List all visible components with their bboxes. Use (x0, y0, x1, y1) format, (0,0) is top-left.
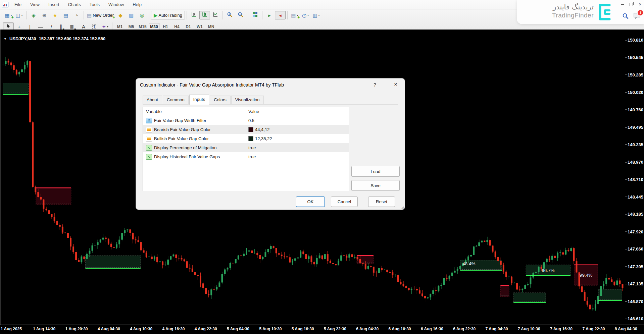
new-chart-icon[interactable]: ▦+▾ (3, 11, 14, 19)
symbols-icon[interactable]: ◈ (28, 11, 39, 19)
menu-item-view[interactable]: View (26, 1, 44, 8)
table-row[interactable]: ∿Display Historical Fair Value Gapstrue (143, 152, 349, 161)
table-row[interactable]: ∿Display Percentage of Mitigationtrue (143, 143, 349, 152)
symbol-bar[interactable]: ▼ USDJPY,M30 152.387 152.600 152.374 152… (4, 36, 105, 41)
value-cell[interactable]: 44,4,12 (245, 125, 349, 134)
search-icon[interactable] (622, 13, 629, 20)
periods-icon[interactable]: ◷▾ (300, 11, 311, 19)
time-tick: 6 Aug 10:30 (389, 327, 411, 331)
resize-grip[interactable]: ◢ (401, 206, 404, 209)
bar-chart-mode-icon[interactable] (189, 11, 199, 19)
time-tick: 7 Aug 04:30 (486, 327, 508, 331)
price-tick: 149.760 (628, 107, 643, 112)
text-icon: A (82, 24, 85, 29)
strategy-tester-icon[interactable]: ◔ (71, 11, 82, 19)
chat-icon[interactable]: 1 (633, 12, 641, 21)
new-chart-icon: ▦ (5, 13, 9, 18)
tab-visualization[interactable]: Visualization (231, 96, 264, 104)
notification-badge: 1 (637, 9, 644, 16)
toolbar-group-4 (187, 11, 223, 19)
bullish-fvg-box[interactable] (3, 83, 29, 95)
value-cell[interactable]: 0.5 (245, 116, 349, 125)
zoom-out-icon[interactable] (235, 11, 246, 19)
navigator-icon[interactable]: ⊕ (39, 11, 50, 19)
favorites-icon[interactable]: ★ (50, 11, 60, 19)
shift-end-icon[interactable]: ▸ (264, 11, 275, 19)
menu-item-charts[interactable]: Charts (64, 1, 85, 8)
navigator-icon: ⊕ (42, 13, 47, 18)
value-cell[interactable]: true (245, 143, 349, 152)
menu-item-window[interactable]: Window (104, 1, 128, 8)
time-tick: 4 Aug 16:30 (162, 327, 185, 331)
new-order-button[interactable]: ▤+New Order (86, 11, 115, 19)
time-tick: 6 Aug 16:30 (421, 327, 443, 331)
chevron-down-icon[interactable]: ▼ (4, 37, 7, 41)
candlestick-mode-icon[interactable] (199, 11, 210, 19)
equidistant-channel-icon: ∥ (60, 24, 62, 29)
quick-icons: 1 (622, 12, 641, 21)
price-tick: 150.020 (628, 90, 643, 95)
dialog-close-icon[interactable]: × (390, 80, 401, 89)
indicators-icon[interactable]: ▤+▾ (289, 11, 300, 19)
menu-item-help[interactable]: Help (129, 1, 146, 8)
table-row[interactable]: Bearish Fair Value Gap Color44,4,12 (143, 125, 349, 134)
cancel-button[interactable]: Cancel (331, 197, 358, 207)
tile-windows-icon[interactable] (250, 11, 260, 19)
load-button[interactable]: Load (351, 166, 400, 177)
table-row[interactable]: ½Fair Value Gap Width Filter0.5 (143, 116, 349, 125)
menu-item-file[interactable]: File (10, 1, 26, 8)
tradingfinder-logo-icon (596, 3, 612, 22)
autotrading-button[interactable]: ▶AutoTrading (151, 11, 185, 19)
bullish-fvg-box[interactable] (86, 256, 141, 269)
bullish-fvg-box[interactable] (598, 289, 622, 301)
bearish-fvg-box[interactable] (500, 285, 509, 297)
depth-of-market-icon: ◆ (118, 13, 122, 18)
zoom-in-icon[interactable] (225, 11, 235, 19)
reset-button[interactable]: Reset (368, 197, 395, 207)
value-text: true (248, 145, 256, 150)
plus-overlay-icon: + (297, 15, 300, 20)
bearish-fvg-box[interactable] (36, 188, 71, 204)
toolbar-group-7: ▸◂ (262, 11, 288, 19)
column-header-variable: Variable (143, 109, 245, 114)
caret-down-icon[interactable]: ▾ (107, 25, 108, 28)
tab-inputs[interactable]: Inputs (189, 95, 209, 105)
data-window-icon[interactable]: ▤ (60, 11, 71, 19)
toolbar-group-6 (248, 11, 262, 19)
price-axis[interactable]: 150.810150.545150.285150.020149.760149.4… (625, 30, 644, 325)
help-button[interactable]: ? (370, 80, 380, 89)
tab-about[interactable]: About (143, 96, 162, 104)
tab-common[interactable]: Common (163, 96, 189, 104)
value-cell[interactable]: true (245, 152, 349, 161)
templates-icon[interactable]: ▥▾ (311, 11, 321, 19)
tab-colors[interactable]: Colors (210, 96, 231, 104)
minimize-button[interactable] (621, 2, 624, 7)
restore-button[interactable] (630, 2, 633, 7)
variable-cell: ∿Display Percentage of Mitigation (143, 145, 245, 151)
caret-down-icon[interactable]: ▾ (21, 14, 23, 17)
candlestick-mode-icon (202, 12, 207, 18)
color-input-icon (146, 136, 152, 142)
time-tick: 5 Aug 22:30 (324, 327, 346, 331)
close-button[interactable]: × (638, 2, 642, 7)
mql5-community-icon[interactable]: ▧ (126, 11, 137, 19)
save-button[interactable]: Save (351, 180, 400, 191)
mitigation-percentage-label: 48.4% (462, 261, 475, 266)
time-axis[interactable]: 1 Aug 20251 Aug 14:301 Aug 20:304 Aug 04… (0, 325, 644, 334)
depth-of-market-icon[interactable]: ◆ (115, 11, 126, 19)
profiles-icon[interactable]: ◫▾ (14, 11, 24, 19)
new-order-icon: ▤ (87, 13, 92, 18)
value-cell[interactable]: 12,35,22 (245, 134, 349, 143)
menu-item-tools[interactable]: Tools (86, 1, 104, 8)
sounds-icon[interactable]: ◎ (137, 11, 147, 19)
line-chart-mode-icon[interactable] (210, 11, 221, 19)
toolbar-group-0: ▦+▾◫▾ (1, 11, 27, 19)
price-tick: 147.135 (628, 281, 643, 286)
auto-scroll-icon[interactable]: ◂ (275, 11, 286, 19)
time-tick: 4 Aug 10:30 (130, 327, 152, 331)
table-row[interactable]: Bullish Fair Value Gap Color12,35,22 (143, 134, 349, 143)
caret-down-icon[interactable]: ▾ (307, 14, 309, 17)
caret-down-icon[interactable]: ▾ (318, 14, 320, 17)
menu-item-insert[interactable]: Insert (44, 1, 63, 8)
ok-button[interactable]: OK (296, 197, 325, 207)
